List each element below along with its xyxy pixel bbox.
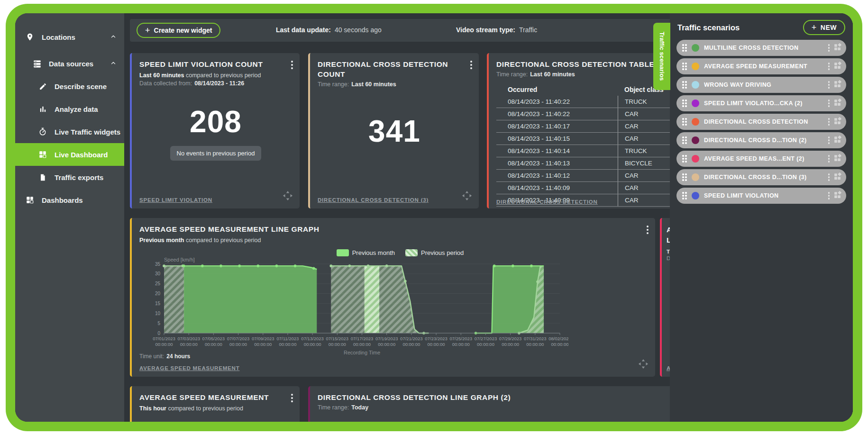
drag-handle-icon[interactable] (682, 173, 687, 181)
svg-text:00:00:00: 00:00:00 (229, 342, 247, 347)
sidebar-item-label: Describe scene (55, 82, 107, 91)
scenario-link[interactable]: DIRECTIONAL CROSS DETECTION (3) (318, 197, 429, 203)
sidebar-item-live-dashboard[interactable]: Live Dashboard (15, 143, 124, 166)
scenario-color-dot (692, 100, 699, 107)
chevron-up-icon[interactable] (110, 60, 117, 68)
add-to-dashboard-icon[interactable] (833, 154, 841, 164)
sidebar-item-locations[interactable]: Locations (15, 26, 124, 48)
move-widget-icon[interactable] (462, 190, 472, 203)
kebab-menu-icon[interactable] (828, 81, 830, 89)
widget-subtitle: Last 60 minutes compared to previous per… (139, 72, 292, 79)
traffic-scenarios-tab[interactable]: Traffic scenarios (653, 23, 670, 90)
sidebar-item-live-traffic-widgets[interactable]: Live Traffic widgets (15, 120, 124, 143)
sidebar-item-analyze-data[interactable]: Analyze data (15, 98, 124, 120)
video-stream-type-label: Video stream type: (456, 26, 515, 34)
scenario-color-dot (692, 192, 699, 199)
plus-icon: + (812, 23, 817, 32)
sidebar-item-data-sources[interactable]: Data sources (15, 52, 124, 75)
pin-icon (25, 33, 35, 41)
scenario-item-directional-cross-d-tion-2[interactable]: DIRECTIONAL CROSS D...TION (2) (676, 132, 846, 148)
kebab-menu-icon[interactable] (646, 225, 649, 235)
svg-text:07/05/2023: 07/05/2023 (202, 336, 225, 341)
add-to-dashboard-icon[interactable] (833, 80, 841, 90)
kebab-menu-icon[interactable] (828, 63, 830, 70)
scenario-label: AVERAGE SPEED MEASUREMENT (704, 63, 824, 70)
widget-title: DIRECTIONAL CROSS DETECTION COUNT (318, 60, 471, 80)
sidebar-item-label: Dashboards (42, 196, 83, 204)
sidebar-item-describe-scene[interactable]: Describe scene (15, 75, 124, 98)
svg-text:07/17/2023: 07/17/2023 (351, 336, 374, 341)
kebab-menu-icon[interactable] (469, 60, 473, 70)
add-to-dashboard-icon[interactable] (833, 99, 841, 109)
widget-directional-cross-detection-count: DIRECTIONAL CROSS DETECTION COUNT Time r… (308, 53, 479, 208)
stopwatch-icon (37, 127, 48, 136)
chevron-up-icon[interactable] (110, 33, 117, 41)
move-widget-icon[interactable] (638, 359, 649, 371)
new-scenario-button[interactable]: + NEW (803, 20, 845, 35)
no-events-badge: No events in previous period (132, 146, 300, 161)
add-to-dashboard-icon[interactable] (833, 172, 841, 182)
cell-occurred: 08/14/2023 - 11:40:14 (496, 147, 618, 154)
drag-handle-icon[interactable] (682, 63, 687, 70)
scenario-link[interactable]: DIRECTIONAL CROSS DETECTION (496, 199, 598, 205)
svg-text:07/25/2023: 07/25/2023 (449, 336, 472, 341)
kebab-menu-icon[interactable] (828, 136, 830, 144)
traffic-scenarios-tab-label: Traffic scenarios (658, 32, 666, 81)
cell-occurred: 08/14/2023 - 11:40:12 (496, 172, 618, 179)
scenario-link[interactable]: SPEED LIMIT VIOLATION (139, 197, 212, 203)
drag-handle-icon[interactable] (682, 118, 687, 126)
topbar: + Create new widget Last data update:40 … (130, 19, 672, 42)
scenario-item-average-speed-measurement[interactable]: AVERAGE SPEED MEASUREMENT (676, 58, 846, 74)
kebab-menu-icon[interactable] (828, 100, 830, 107)
svg-text:07/29/2023: 07/29/2023 (499, 336, 522, 341)
scenario-item-directional-cross-detection[interactable]: DIRECTIONAL CROSS DETECTION (676, 114, 846, 130)
svg-text:00:00:00: 00:00:00 (551, 342, 568, 347)
cell-occurred: 08/14/2023 - 11:40:15 (496, 135, 618, 142)
add-to-dashboard-icon[interactable] (833, 62, 841, 72)
sidebar-item-traffic-exports[interactable]: Traffic exports (15, 166, 124, 189)
scenario-item-wrong-way-driving[interactable]: WRONG WAY DRIVING (676, 77, 846, 93)
scenario-color-dot (692, 44, 699, 52)
scenario-item-average-speed-meas-ent-2[interactable]: AVERAGE SPEED MEAS...ENT (2) (676, 151, 846, 167)
kebab-menu-icon[interactable] (828, 192, 830, 199)
svg-text:07/07/2023: 07/07/2023 (227, 336, 250, 341)
drag-handle-icon[interactable] (682, 155, 687, 163)
drag-handle-icon[interactable] (682, 192, 687, 199)
table-row: 08/14/2023 - 11:40:22CAR (496, 108, 693, 120)
drag-handle-icon[interactable] (682, 81, 687, 89)
drag-handle-icon[interactable] (682, 44, 687, 52)
svg-text:07/01/2023: 07/01/2023 (153, 336, 175, 341)
add-to-dashboard-icon[interactable] (833, 136, 841, 145)
kebab-menu-icon[interactable] (828, 173, 830, 181)
last-data-update-label: Last data update: (276, 26, 331, 34)
kebab-menu-icon[interactable] (828, 118, 830, 126)
svg-text:07/31/2023: 07/31/2023 (524, 336, 547, 341)
video-stream-type-value: Traffic (519, 26, 537, 34)
svg-text:07/15/2023: 07/15/2023 (326, 336, 349, 341)
kebab-menu-icon[interactable] (828, 155, 830, 163)
create-new-widget-label: Create new widget (154, 27, 212, 34)
kebab-menu-icon[interactable] (290, 393, 294, 403)
add-to-dashboard-icon[interactable] (833, 43, 841, 53)
add-to-dashboard-icon[interactable] (833, 117, 841, 127)
widget-subtitle: This hour compared to previous period (139, 405, 292, 412)
scenario-item-directional-cross-d-tion-3[interactable]: DIRECTIONAL CROSS D...TION (3) (676, 169, 846, 185)
svg-text:Speed [km/h]: Speed [km/h] (164, 257, 195, 263)
sidebar-spacer (15, 13, 124, 26)
scenario-item-speed-limit-violation[interactable]: SPEED LIMIT VIOLATION (676, 188, 846, 204)
scenario-item-multiline-cross-detection[interactable]: MULTILINE CROSS DETECTION (676, 40, 846, 56)
svg-text:00:00:00: 00:00:00 (526, 342, 544, 347)
kebab-menu-icon[interactable] (290, 60, 294, 70)
drag-handle-icon[interactable] (682, 100, 687, 107)
move-widget-icon[interactable] (283, 190, 293, 203)
table-row: 08/14/2023 - 11:40:14TRUCK (496, 145, 693, 157)
sidebar-item-dashboards[interactable]: Dashboards (15, 189, 124, 211)
add-to-dashboard-icon[interactable] (833, 191, 841, 201)
create-new-widget-button[interactable]: + Create new widget (137, 23, 220, 38)
legend-swatch (405, 249, 418, 256)
kebab-menu-icon[interactable] (828, 44, 830, 52)
svg-text:Recording Time: Recording Time (344, 350, 380, 355)
drag-handle-icon[interactable] (682, 136, 687, 144)
scenario-link[interactable]: AVERAGE SPEED MEASUREMENT (139, 365, 239, 371)
scenario-item-speed-limit-violatio-cka-2[interactable]: SPEED LIMIT VIOLATIO...CKA (2) (676, 95, 846, 111)
